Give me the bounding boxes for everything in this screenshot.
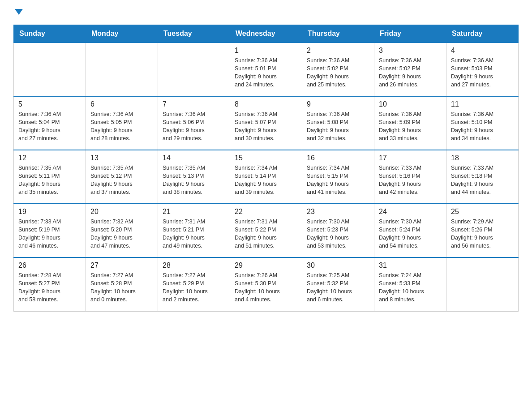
day-number: 8 (235, 100, 297, 108)
day-number: 10 (379, 100, 442, 108)
day-number: 24 (379, 208, 442, 216)
day-number: 3 (379, 47, 442, 55)
day-info: Sunrise: 7:36 AM Sunset: 5:09 PM Dayligh… (379, 110, 442, 143)
day-number: 18 (451, 154, 514, 162)
day-number: 2 (307, 47, 369, 55)
day-info: Sunrise: 7:27 AM Sunset: 5:29 PM Dayligh… (163, 271, 225, 304)
day-number: 16 (307, 154, 369, 162)
logo-triangle-icon (15, 9, 23, 15)
calendar-cell: 9Sunrise: 7:36 AM Sunset: 5:08 PM Daylig… (302, 96, 374, 150)
calendar-cell (14, 43, 86, 96)
day-info: Sunrise: 7:35 AM Sunset: 5:13 PM Dayligh… (163, 164, 225, 197)
week-row-3: 12Sunrise: 7:35 AM Sunset: 5:11 PM Dayli… (14, 150, 519, 204)
day-info: Sunrise: 7:36 AM Sunset: 5:02 PM Dayligh… (307, 56, 369, 89)
day-number: 4 (451, 47, 514, 55)
calendar-cell: 15Sunrise: 7:34 AM Sunset: 5:14 PM Dayli… (230, 150, 302, 204)
page-header (13, 9, 519, 16)
day-number: 28 (163, 261, 225, 270)
day-info: Sunrise: 7:25 AM Sunset: 5:32 PM Dayligh… (307, 271, 369, 304)
day-number: 23 (307, 208, 369, 216)
day-info: Sunrise: 7:32 AM Sunset: 5:20 PM Dayligh… (90, 218, 153, 250)
weekday-header-tuesday: Tuesday (158, 25, 230, 43)
calendar-cell: 4Sunrise: 7:36 AM Sunset: 5:03 PM Daylig… (446, 43, 519, 96)
day-info: Sunrise: 7:36 AM Sunset: 5:06 PM Dayligh… (163, 110, 225, 143)
day-info: Sunrise: 7:33 AM Sunset: 5:16 PM Dayligh… (379, 164, 442, 197)
calendar-cell: 14Sunrise: 7:35 AM Sunset: 5:13 PM Dayli… (158, 150, 230, 204)
day-info: Sunrise: 7:34 AM Sunset: 5:14 PM Dayligh… (235, 164, 297, 197)
day-info: Sunrise: 7:35 AM Sunset: 5:12 PM Dayligh… (90, 164, 153, 197)
calendar-cell: 31Sunrise: 7:24 AM Sunset: 5:33 PM Dayli… (374, 257, 446, 311)
day-number: 27 (90, 261, 153, 270)
calendar-cell: 23Sunrise: 7:30 AM Sunset: 5:23 PM Dayli… (302, 204, 374, 257)
day-info: Sunrise: 7:36 AM Sunset: 5:03 PM Dayligh… (451, 56, 514, 89)
week-row-2: 5Sunrise: 7:36 AM Sunset: 5:04 PM Daylig… (14, 96, 519, 150)
weekday-header-sunday: Sunday (14, 25, 86, 43)
day-number: 9 (307, 100, 369, 108)
weekday-header-saturday: Saturday (446, 25, 519, 43)
day-number: 6 (90, 100, 153, 108)
day-number: 21 (163, 208, 225, 216)
day-info: Sunrise: 7:27 AM Sunset: 5:28 PM Dayligh… (90, 271, 153, 304)
day-info: Sunrise: 7:36 AM Sunset: 5:04 PM Dayligh… (18, 110, 81, 143)
day-number: 11 (451, 100, 514, 108)
calendar-cell: 19Sunrise: 7:33 AM Sunset: 5:19 PM Dayli… (14, 204, 86, 257)
day-info: Sunrise: 7:33 AM Sunset: 5:18 PM Dayligh… (451, 164, 514, 197)
weekday-header-wednesday: Wednesday (230, 25, 302, 43)
calendar-cell: 1Sunrise: 7:36 AM Sunset: 5:01 PM Daylig… (230, 43, 302, 96)
day-info: Sunrise: 7:30 AM Sunset: 5:24 PM Dayligh… (379, 218, 442, 250)
day-info: Sunrise: 7:28 AM Sunset: 5:27 PM Dayligh… (18, 271, 81, 304)
calendar-cell: 28Sunrise: 7:27 AM Sunset: 5:29 PM Dayli… (158, 257, 230, 311)
day-info: Sunrise: 7:36 AM Sunset: 5:02 PM Dayligh… (379, 56, 442, 89)
calendar-cell: 12Sunrise: 7:35 AM Sunset: 5:11 PM Dayli… (14, 150, 86, 204)
day-info: Sunrise: 7:36 AM Sunset: 5:01 PM Dayligh… (235, 56, 297, 89)
day-number: 31 (379, 261, 442, 270)
calendar-cell: 10Sunrise: 7:36 AM Sunset: 5:09 PM Dayli… (374, 96, 446, 150)
day-number: 29 (235, 261, 297, 270)
day-number: 30 (307, 261, 369, 270)
weekday-header-thursday: Thursday (302, 25, 374, 43)
day-info: Sunrise: 7:26 AM Sunset: 5:30 PM Dayligh… (235, 271, 297, 304)
calendar-cell (446, 257, 519, 311)
week-row-5: 26Sunrise: 7:28 AM Sunset: 5:27 PM Dayli… (14, 257, 519, 311)
calendar-cell: 21Sunrise: 7:31 AM Sunset: 5:21 PM Dayli… (158, 204, 230, 257)
day-number: 19 (18, 208, 81, 216)
calendar-cell: 30Sunrise: 7:25 AM Sunset: 5:32 PM Dayli… (302, 257, 374, 311)
day-info: Sunrise: 7:36 AM Sunset: 5:07 PM Dayligh… (235, 110, 297, 143)
calendar-cell: 8Sunrise: 7:36 AM Sunset: 5:07 PM Daylig… (230, 96, 302, 150)
day-number: 15 (235, 154, 297, 162)
day-number: 26 (18, 261, 81, 270)
day-info: Sunrise: 7:24 AM Sunset: 5:33 PM Dayligh… (379, 271, 442, 304)
calendar-cell: 22Sunrise: 7:31 AM Sunset: 5:22 PM Dayli… (230, 204, 302, 257)
day-info: Sunrise: 7:31 AM Sunset: 5:22 PM Dayligh… (235, 218, 297, 250)
calendar-cell: 18Sunrise: 7:33 AM Sunset: 5:18 PM Dayli… (446, 150, 519, 204)
day-info: Sunrise: 7:29 AM Sunset: 5:26 PM Dayligh… (451, 218, 514, 250)
day-info: Sunrise: 7:36 AM Sunset: 5:10 PM Dayligh… (451, 110, 514, 143)
calendar-cell: 3Sunrise: 7:36 AM Sunset: 5:02 PM Daylig… (374, 43, 446, 96)
calendar-cell: 29Sunrise: 7:26 AM Sunset: 5:30 PM Dayli… (230, 257, 302, 311)
calendar-cell: 13Sunrise: 7:35 AM Sunset: 5:12 PM Dayli… (86, 150, 158, 204)
week-row-1: 1Sunrise: 7:36 AM Sunset: 5:01 PM Daylig… (14, 43, 519, 96)
calendar-table: SundayMondayTuesdayWednesdayThursdayFrid… (13, 25, 519, 312)
weekday-header-friday: Friday (374, 25, 446, 43)
day-info: Sunrise: 7:36 AM Sunset: 5:08 PM Dayligh… (307, 110, 369, 143)
calendar-cell: 6Sunrise: 7:36 AM Sunset: 5:05 PM Daylig… (86, 96, 158, 150)
day-info: Sunrise: 7:30 AM Sunset: 5:23 PM Dayligh… (307, 218, 369, 250)
weekday-header-monday: Monday (86, 25, 158, 43)
calendar-cell: 2Sunrise: 7:36 AM Sunset: 5:02 PM Daylig… (302, 43, 374, 96)
calendar-cell: 20Sunrise: 7:32 AM Sunset: 5:20 PM Dayli… (86, 204, 158, 257)
day-number: 1 (235, 47, 297, 55)
calendar-cell (86, 43, 158, 96)
calendar-cell: 26Sunrise: 7:28 AM Sunset: 5:27 PM Dayli… (14, 257, 86, 311)
day-info: Sunrise: 7:31 AM Sunset: 5:21 PM Dayligh… (163, 218, 225, 250)
day-info: Sunrise: 7:33 AM Sunset: 5:19 PM Dayligh… (18, 218, 81, 250)
calendar-cell: 16Sunrise: 7:34 AM Sunset: 5:15 PM Dayli… (302, 150, 374, 204)
day-number: 22 (235, 208, 297, 216)
weekday-header-row: SundayMondayTuesdayWednesdayThursdayFrid… (14, 25, 519, 43)
calendar-cell: 27Sunrise: 7:27 AM Sunset: 5:28 PM Dayli… (86, 257, 158, 311)
day-number: 25 (451, 208, 514, 216)
day-number: 12 (18, 154, 81, 162)
calendar-cell: 11Sunrise: 7:36 AM Sunset: 5:10 PM Dayli… (446, 96, 519, 150)
calendar-cell: 25Sunrise: 7:29 AM Sunset: 5:26 PM Dayli… (446, 204, 519, 257)
calendar-cell: 17Sunrise: 7:33 AM Sunset: 5:16 PM Dayli… (374, 150, 446, 204)
calendar-cell: 5Sunrise: 7:36 AM Sunset: 5:04 PM Daylig… (14, 96, 86, 150)
